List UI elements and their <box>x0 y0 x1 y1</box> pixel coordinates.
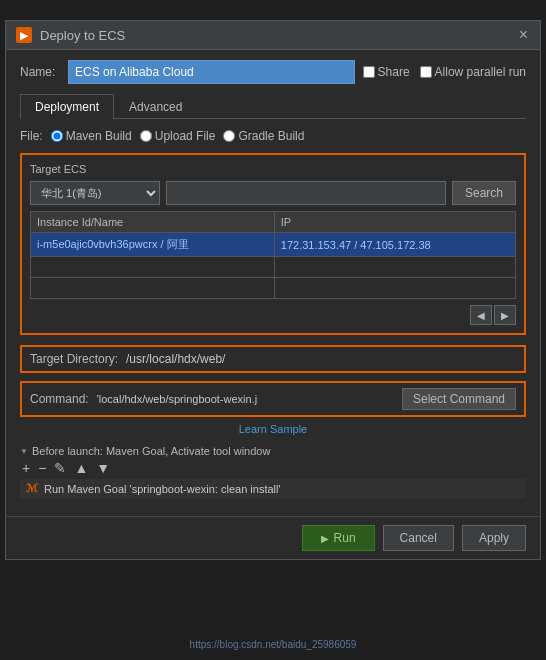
instance-table: Instance Id/Name IP i-m5e0ajic0vbvh36pwc… <box>30 211 516 299</box>
dialog-body: Name: Share Allow parallel run Deploymen… <box>6 50 540 516</box>
dialog-title-bar: ▶ Deploy to ECS × <box>6 21 540 50</box>
watermark: https://blog.csdn.net/baidu_25986059 <box>0 639 546 650</box>
instance-ip-cell <box>274 278 515 299</box>
move-down-button[interactable]: ▼ <box>94 461 112 475</box>
before-launch-toolbar: + − ✎ ▲ ▼ <box>20 461 526 475</box>
share-area: Share Allow parallel run <box>363 65 526 79</box>
maven-build-radio[interactable] <box>51 130 63 142</box>
add-button[interactable]: + <box>20 461 32 475</box>
remove-button[interactable]: − <box>36 461 48 475</box>
col-header-instance: Instance Id/Name <box>31 212 275 233</box>
run-button[interactable]: ▶ Run <box>302 525 375 551</box>
before-launch-title: Before launch: Maven Goal, Activate tool… <box>32 445 270 457</box>
parallel-run-checkbox-label[interactable]: Allow parallel run <box>420 65 526 79</box>
share-checkbox[interactable] <box>363 66 375 78</box>
before-launch-header: ▼ Before launch: Maven Goal, Activate to… <box>20 445 526 457</box>
collapse-triangle-icon[interactable]: ▼ <box>20 447 28 456</box>
tab-deployment[interactable]: Deployment <box>20 94 114 119</box>
instance-ip-cell <box>274 257 515 278</box>
region-select[interactable]: 华北 1(青岛) <box>30 181 160 205</box>
instance-ip-cell: 172.31.153.47 / 47.105.172.38 <box>274 233 515 257</box>
learn-sample-link[interactable]: Learn Sample <box>20 423 526 435</box>
edit-button[interactable]: ✎ <box>52 461 68 475</box>
upload-file-radio[interactable] <box>140 130 152 142</box>
instance-table-area: Instance Id/Name IP i-m5e0ajic0vbvh36pwc… <box>30 211 516 299</box>
name-input[interactable] <box>68 60 355 84</box>
target-ecs-title: Target ECS <box>30 163 516 175</box>
dialog-footer: ▶ Run Cancel Apply <box>6 516 540 559</box>
gradle-build-radio-label[interactable]: Gradle Build <box>223 129 304 143</box>
maven-icon: ℳ <box>26 482 38 495</box>
nav-arrows: ◀ ▶ <box>30 305 516 325</box>
dialog-icon: ▶ <box>16 27 32 43</box>
nav-prev-button[interactable]: ◀ <box>470 305 492 325</box>
name-row: Name: Share Allow parallel run <box>20 60 526 84</box>
gradle-build-radio[interactable] <box>223 130 235 142</box>
table-row[interactable] <box>31 257 516 278</box>
instance-id-cell <box>31 278 275 299</box>
nav-next-button[interactable]: ▶ <box>494 305 516 325</box>
file-label: File: <box>20 129 43 143</box>
upload-file-radio-label[interactable]: Upload File <box>140 129 216 143</box>
target-directory-label: Target Directory: <box>30 352 118 366</box>
deploy-to-ecs-dialog: ▶ Deploy to ECS × Name: Share Allow para… <box>5 20 541 560</box>
cancel-button[interactable]: Cancel <box>383 525 454 551</box>
tabs-row: Deployment Advanced <box>20 94 526 119</box>
command-label: Command: <box>30 392 89 406</box>
run-button-label: Run <box>334 531 356 545</box>
close-button[interactable]: × <box>517 27 530 43</box>
name-label: Name: <box>20 65 60 79</box>
table-row[interactable]: i-m5e0ajic0vbvh36pwcrx / 阿里 172.31.153.4… <box>31 233 516 257</box>
col-header-ip: IP <box>274 212 515 233</box>
ecs-controls-row: 华北 1(青岛) Search <box>30 181 516 205</box>
move-up-button[interactable]: ▲ <box>72 461 90 475</box>
before-launch-item[interactable]: ℳ Run Maven Goal 'springboot-wexin: clea… <box>20 479 526 498</box>
target-directory-input[interactable] <box>126 352 516 366</box>
target-directory-row: Target Directory: <box>20 345 526 373</box>
dialog-title: Deploy to ECS <box>40 28 509 43</box>
select-command-button[interactable]: Select Command <box>402 388 516 410</box>
file-row: File: Maven Build Upload File Gradle Bui… <box>20 129 526 143</box>
search-field[interactable] <box>166 181 446 205</box>
run-triangle-icon: ▶ <box>321 533 329 544</box>
apply-button[interactable]: Apply <box>462 525 526 551</box>
instance-id-cell <box>31 257 275 278</box>
before-launch-section: ▼ Before launch: Maven Goal, Activate to… <box>20 445 526 498</box>
share-checkbox-label[interactable]: Share <box>363 65 410 79</box>
search-button[interactable]: Search <box>452 181 516 205</box>
tab-advanced[interactable]: Advanced <box>114 94 197 119</box>
target-ecs-section: Target ECS 华北 1(青岛) Search Instance Id/N… <box>20 153 526 335</box>
instance-id-cell: i-m5e0ajic0vbvh36pwcrx / 阿里 <box>31 233 275 257</box>
command-row: Command: Select Command <box>20 381 526 417</box>
parallel-run-checkbox[interactable] <box>420 66 432 78</box>
before-launch-item-label: Run Maven Goal 'springboot-wexin: clean … <box>44 483 281 495</box>
command-input[interactable] <box>97 393 394 405</box>
maven-build-radio-label[interactable]: Maven Build <box>51 129 132 143</box>
table-row[interactable] <box>31 278 516 299</box>
